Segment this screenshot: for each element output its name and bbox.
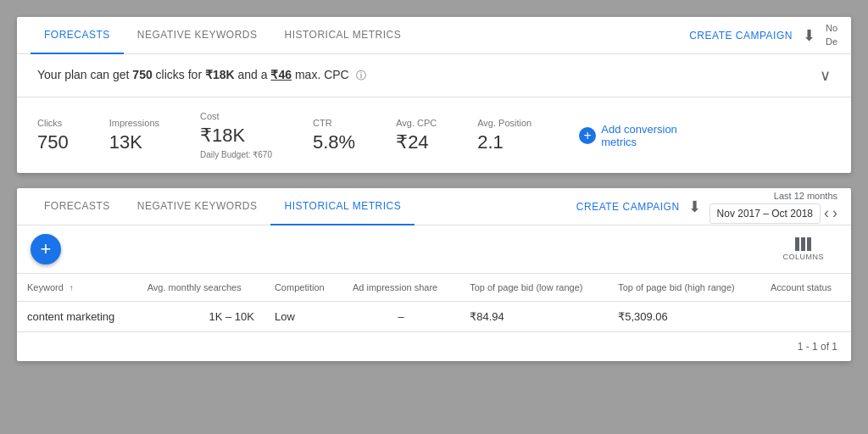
create-campaign-button-top[interactable]: CREATE CAMPAIGN [689,30,793,42]
summary-clicks: 750 [132,68,152,81]
metric-avg-position-value: 2.1 [477,131,531,153]
metric-cost-value: ₹18K [200,125,272,147]
top-tab-bar-right: CREATE CAMPAIGN ⬇ No De [689,22,837,48]
cell-avg-monthly: 1K – 10K [137,302,264,332]
metric-cost-sub: Daily Budget: ₹670 [200,150,272,159]
columns-label: COLUMNS [782,253,824,261]
summary-max-cpc: ₹46 [270,68,292,81]
metric-impressions: Impressions 13K [109,118,159,153]
bottom-tab-area: FORECASTS NEGATIVE KEYWORDS HISTORICAL M… [17,188,851,225]
bottom-tabs: FORECASTS NEGATIVE KEYWORDS HISTORICAL M… [17,188,563,225]
bottom-tab-bar-right: CREATE CAMPAIGN ⬇ Last 12 months Nov 201… [563,188,851,225]
chevron-down-icon[interactable]: ∨ [820,66,831,85]
pagination-row: 1 - 1 of 1 [17,332,851,361]
cell-account-status [760,302,851,332]
cell-ad-impression: – [342,302,459,332]
nav-right-arrow[interactable]: › [832,204,837,222]
add-keyword-fab[interactable]: + [31,234,61,264]
metric-impressions-value: 13K [109,131,159,153]
side-info-line1: No [826,22,837,35]
tab-historical-metrics-top[interactable]: HISTORICAL METRICS [270,17,415,54]
tab-negative-keywords-bottom[interactable]: NEGATIVE KEYWORDS [124,188,271,225]
table-header-row: Keyword ↑ Avg. monthly searches Competit… [17,274,851,302]
summary-row: Your plan can get 750 clicks for ₹18K an… [17,54,851,97]
data-table: Keyword ↑ Avg. monthly searches Competit… [17,273,851,332]
top-card: FORECASTS NEGATIVE KEYWORDS HISTORICAL M… [17,17,851,173]
metric-cost: Cost ₹18K Daily Budget: ₹670 [200,111,272,159]
tab-forecasts-bottom[interactable]: FORECASTS [31,188,124,225]
col-ad-impression[interactable]: Ad impression share [342,274,459,302]
metric-cost-label: Cost [200,111,272,121]
bottom-card: FORECASTS NEGATIVE KEYWORDS HISTORICAL M… [17,188,851,361]
metric-avg-position: Avg. Position 2.1 [477,118,531,153]
tab-negative-keywords-top[interactable]: NEGATIVE KEYWORDS [124,17,271,54]
cell-top-bid-high: ₹5,309.06 [608,302,760,332]
summary-text: Your plan can get 750 clicks for ₹18K an… [37,68,366,83]
col-competition[interactable]: Competition [264,274,342,302]
col-bar-3 [807,237,811,251]
download-icon-top[interactable]: ⬇ [803,26,815,45]
add-conversion-button[interactable]: + Add conversion metrics [579,123,677,148]
date-range-line1: Last 12 months [774,189,837,203]
date-range-area: Last 12 months Nov 2017 – Oct 2018 ‹ › [709,189,837,224]
top-tabs: FORECASTS NEGATIVE KEYWORDS HISTORICAL M… [31,17,689,53]
col-keyword[interactable]: Keyword ↑ [17,274,137,302]
col-top-bid-high[interactable]: Top of page bid (high range) [608,274,760,302]
table-row: content marketing 1K – 10K Low – ₹84.94 … [17,302,851,332]
top-right-info: No De [826,22,837,48]
metric-ctr-label: CTR [313,118,355,128]
metric-impressions-label: Impressions [109,118,159,128]
metric-clicks: Clicks 750 [37,118,69,153]
metric-avg-position-label: Avg. Position [477,118,531,128]
metrics-row: Clicks 750 Impressions 13K Cost ₹18K Dai… [17,97,851,173]
tab-forecasts-top[interactable]: FORECASTS [31,17,124,54]
summary-post: max. CPC [292,68,349,81]
download-icon-bottom[interactable]: ⬇ [688,198,701,216]
plus-circle-icon: + [579,127,596,144]
date-dropdown[interactable]: Nov 2017 – Oct 2018 [709,203,821,224]
metric-avg-cpc-value: ₹24 [396,131,437,153]
cell-competition: Low [264,302,342,332]
tab-historical-metrics-bottom[interactable]: HISTORICAL METRICS [270,188,415,225]
metric-clicks-value: 750 [37,131,69,153]
metric-avg-cpc-label: Avg. CPC [396,118,437,128]
fab-columns-row: + COLUMNS [17,225,851,273]
sort-icon: ↑ [70,283,74,292]
cell-keyword: content marketing [17,302,137,332]
col-keyword-label: Keyword [27,282,64,292]
metric-avg-cpc: Avg. CPC ₹24 [396,118,437,153]
columns-icon [795,237,811,251]
pagination-text: 1 - 1 of 1 [798,341,837,353]
summary-cost: ₹18K [205,68,235,81]
col-bar-1 [795,237,799,251]
metric-ctr-value: 5.8% [313,131,355,153]
side-info-line2: De [826,36,837,48]
date-dropdown-row: Nov 2017 – Oct 2018 ‹ › [709,203,837,224]
cell-top-bid-low: ₹84.94 [459,302,608,332]
summary-mid1: clicks for [153,68,205,81]
create-campaign-button-bottom[interactable]: CREATE CAMPAIGN [576,201,680,213]
info-icon: ⓘ [356,70,366,81]
columns-button[interactable]: COLUMNS [769,231,837,268]
metric-ctr: CTR 5.8% [313,118,355,153]
nav-left-arrow[interactable]: ‹ [824,204,829,222]
col-account-status[interactable]: Account status [760,274,851,302]
col-avg-monthly[interactable]: Avg. monthly searches [137,274,264,302]
summary-pre-clicks: Your plan can get [37,68,132,81]
col-bar-2 [801,237,805,251]
metric-clicks-label: Clicks [37,118,69,128]
top-tab-bar: FORECASTS NEGATIVE KEYWORDS HISTORICAL M… [17,17,851,54]
col-top-bid-low[interactable]: Top of page bid (low range) [459,274,608,302]
summary-mid2: and a [235,68,271,81]
add-conversion-label: Add conversion metrics [601,123,677,148]
